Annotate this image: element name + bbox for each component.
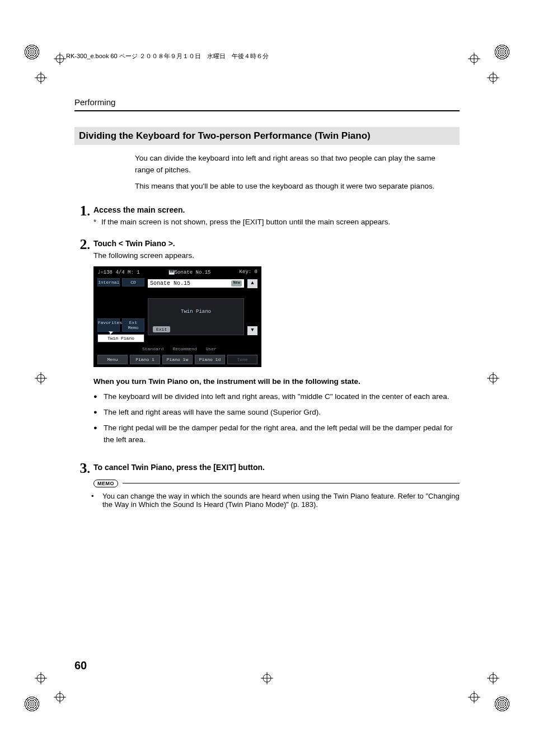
intro-p1: You can divide the keyboard into left an… <box>135 153 448 176</box>
step-2: 2. Touch < Twin Piano >. The following s… <box>74 237 460 450</box>
lcd-tone-button[interactable]: Tone <box>227 355 257 364</box>
memo-rule <box>123 483 460 483</box>
content-area: Performing Dividing the Keyboard for Two… <box>74 97 460 509</box>
lcd-popup-exit-button[interactable]: Exit <box>153 326 170 332</box>
state-bullet-list: The keyboard will be divided into left a… <box>93 391 460 445</box>
crosshair-icon <box>54 53 66 65</box>
lcd-tab-cd[interactable]: CD <box>122 278 144 287</box>
intro-p2: This means that you'll be able to use th… <box>135 181 448 192</box>
memo-bullet-marker: • <box>97 492 102 500</box>
bullet-item: The keyboard will be divided into left a… <box>93 391 460 402</box>
crosshair-icon <box>468 691 480 703</box>
lcd-piano1-button[interactable]: Piano 1 <box>130 355 160 364</box>
lcd-tab-internal[interactable]: Internal <box>97 278 120 287</box>
lcd-cat-user[interactable]: User <box>203 346 220 352</box>
lcd-new-chip: New <box>231 280 242 287</box>
crosshair-icon <box>261 672 273 684</box>
piano-icon: 🎹 <box>168 270 175 275</box>
step-3-title: To cancel Twin Piano, press the [EXIT] b… <box>93 463 460 472</box>
crosshair-icon <box>468 53 480 65</box>
bullet-item: The left and right areas will have the s… <box>93 407 460 418</box>
header-rule <box>74 110 460 111</box>
crosshair-icon <box>54 691 66 703</box>
asterisk-marker: * <box>93 218 101 226</box>
twin-piano-state-heading: When you turn Twin Piano on, the instrum… <box>93 377 460 386</box>
lcd-tempo-readout: ♩=138 4/4 M: 1 <box>97 269 140 275</box>
lcd-piano1d-button[interactable]: Piano 1d <box>195 355 225 364</box>
step-2-after: The following screen appears. <box>93 251 460 260</box>
intro-paragraphs: You can divide the keyboard into left an… <box>135 153 448 192</box>
crosshair-icon <box>487 72 499 84</box>
crosshair-icon <box>35 72 47 84</box>
lcd-tab-twin-piano[interactable]: Twin Piano <box>97 334 144 342</box>
step-number: 3. <box>74 461 93 509</box>
step-3: 3. To cancel Twin Piano, press the [EXIT… <box>74 461 460 509</box>
lcd-song-field: Sonate No.15 New <box>148 279 244 288</box>
lcd-cat-recommend[interactable]: Recommend <box>169 346 200 352</box>
step-1-note: *If the main screen is not shown, press … <box>93 218 460 226</box>
lcd-screen: ♩=138 4/4 M: 1 🎹Sonate No.15 Key: 0 Inte… <box>93 266 261 367</box>
step-2-title: Touch < Twin Piano >. <box>93 239 460 248</box>
step-number: 2. <box>74 237 93 450</box>
regmark-corner-icon <box>494 696 510 712</box>
crosshair-icon <box>487 672 499 684</box>
memo-header: MEMO <box>93 480 460 487</box>
crosshair-icon <box>35 372 47 384</box>
regmark-corner-icon <box>24 44 40 60</box>
lcd-popup-title: Twin Piano <box>148 309 243 314</box>
lcd-screenshot: ♩=138 4/4 M: 1 🎹Sonate No.15 Key: 0 Inte… <box>93 266 460 367</box>
memo-pill-icon: MEMO <box>93 480 118 487</box>
lcd-tab-extmem[interactable]: Ext Memo <box>122 318 144 332</box>
page-number: 60 <box>74 659 87 672</box>
regmark-corner-icon <box>24 696 40 712</box>
bullet-item: The right pedal will be the damper pedal… <box>93 422 460 445</box>
lcd-cat-standard[interactable]: Standard <box>139 346 167 352</box>
manual-page: RK-300_e.book 60 ページ ２００８年９月１０日 水曜日 午後４時… <box>0 0 534 756</box>
lcd-key-readout: Key: 0 <box>240 269 257 275</box>
step-number: 1. <box>74 204 93 226</box>
step-1-title: Access the main screen. <box>93 205 460 214</box>
crosshair-icon <box>487 372 499 384</box>
step-1: 1. Access the main screen. *If the main … <box>74 204 460 226</box>
lcd-piano1w-button[interactable]: Piano 1w <box>162 355 193 364</box>
lcd-scroll-down-button[interactable]: ▼ <box>247 326 257 335</box>
lcd-song-title: 🎹Sonate No.15 <box>168 269 211 275</box>
running-header: Performing <box>74 97 460 107</box>
crosshair-icon <box>35 672 47 684</box>
lcd-menu-button[interactable]: Menu <box>97 355 128 364</box>
print-meta-line: RK-300_e.book 60 ページ ２００８年９月１０日 水曜日 午後４時… <box>66 52 269 60</box>
lcd-scroll-up-button[interactable]: ▲ <box>247 279 257 288</box>
memo-text: •You can change the way in which the sou… <box>93 492 460 509</box>
lcd-popup: Twin Piano Exit <box>148 298 244 335</box>
section-heading: Dividing the Keyboard for Two-person Per… <box>74 127 460 145</box>
regmark-corner-icon <box>494 44 510 60</box>
